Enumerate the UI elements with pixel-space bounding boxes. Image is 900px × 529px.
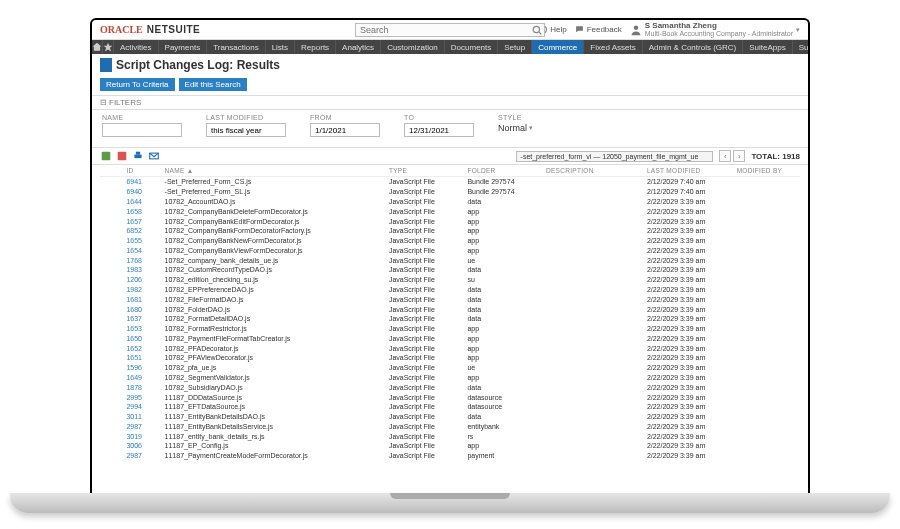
table-row[interactable]: 176810782_company_bank_details_ue.jsJava… — [100, 255, 800, 265]
nav-tab-suiteapps[interactable]: SuiteApps — [743, 40, 792, 54]
table-row[interactable]: 120610782_edition_checking_su.jsJavaScri… — [100, 275, 800, 285]
filter-to-input[interactable] — [404, 123, 474, 137]
row-id-link[interactable]: 1655 — [126, 237, 142, 244]
col-header[interactable]: DESCRIPTION — [542, 165, 643, 177]
row-id[interactable]: 2987 — [122, 422, 160, 432]
prev-page-button[interactable]: ‹ — [719, 150, 731, 162]
row-id[interactable]: 3019 — [122, 431, 160, 441]
row-id-link[interactable]: 1644 — [126, 198, 142, 205]
row-id[interactable]: 1654 — [122, 245, 160, 255]
row-id-link[interactable]: 1653 — [126, 325, 142, 332]
nav-tab-lists[interactable]: Lists — [266, 40, 295, 54]
table-row[interactable]: 300611187_EP_Config.jsJavaScript Fileapp… — [100, 441, 800, 451]
feedback-link[interactable]: Feedback — [575, 25, 622, 34]
row-id-link[interactable]: 1650 — [126, 335, 142, 342]
search-input[interactable] — [355, 23, 545, 37]
table-row[interactable]: 159610782_pfa_ue.jsJavaScript Fileue2/22… — [100, 363, 800, 373]
search-icon[interactable] — [531, 24, 543, 36]
table-row[interactable]: 165210782_PFADecorator.jsJavaScript File… — [100, 343, 800, 353]
row-id[interactable]: 1878 — [122, 382, 160, 392]
col-header[interactable] — [100, 165, 122, 177]
nav-tab-transactions[interactable]: Transactions — [207, 40, 266, 54]
table-row[interactable]: 198310782_CustomRecordTypeDAO.jsJavaScri… — [100, 265, 800, 275]
row-id-link[interactable]: 1982 — [126, 286, 142, 293]
row-id[interactable]: 1596 — [122, 363, 160, 373]
row-id[interactable]: 1681 — [122, 294, 160, 304]
row-id[interactable]: 2994 — [122, 402, 160, 412]
chevron-down-icon[interactable]: ▾ — [529, 124, 533, 132]
view-selector[interactable]: -set_preferred_form_vi — 12050_payment_f… — [516, 151, 714, 162]
row-id-link[interactable]: 3011 — [126, 413, 142, 420]
row-id[interactable]: 1655 — [122, 236, 160, 246]
table-row[interactable]: 6940-Set_Preferred_Form_SL.jsJavaScript … — [100, 187, 800, 197]
nav-tab-support[interactable]: Support — [793, 40, 810, 54]
row-id-link[interactable]: 2994 — [126, 403, 142, 410]
filter-style-value[interactable]: Normal — [498, 123, 527, 133]
table-row[interactable]: 685210782_CompanyBankFormDecoratorFactor… — [100, 226, 800, 236]
row-id-link[interactable]: 1681 — [126, 296, 142, 303]
row-id[interactable]: 1653 — [122, 324, 160, 334]
row-id[interactable]: 1768 — [122, 255, 160, 265]
table-row[interactable]: 164410782_AccountDAO.jsJavaScript Fileda… — [100, 197, 800, 207]
nav-home-icon[interactable] — [92, 40, 103, 54]
row-id[interactable]: 1680 — [122, 304, 160, 314]
nav-tab-setup[interactable]: Setup — [498, 40, 532, 54]
row-id[interactable]: 1206 — [122, 275, 160, 285]
table-row[interactable]: 164910782_SegmentValidator.jsJavaScript … — [100, 373, 800, 383]
table-row[interactable]: 168110782_FileFormatDAO.jsJavaScript Fil… — [100, 294, 800, 304]
nav-tab-customization[interactable]: Customization — [381, 40, 445, 54]
edit-this-search-button[interactable]: Edit this Search — [179, 78, 247, 91]
row-id[interactable]: 1644 — [122, 197, 160, 207]
row-id[interactable]: 3011 — [122, 412, 160, 422]
row-id-link[interactable]: 1652 — [126, 345, 142, 352]
row-id-link[interactable]: 6941 — [126, 178, 142, 185]
row-id-link[interactable]: 2987 — [126, 452, 142, 459]
nav-tab-activities[interactable]: Activities — [114, 40, 159, 54]
nav-tab-commerce[interactable]: Commerce — [532, 40, 584, 54]
row-id-link[interactable]: 1878 — [126, 384, 142, 391]
row-id-link[interactable]: 1649 — [126, 374, 142, 381]
table-row[interactable]: 165310782_FormatRestrictor.jsJavaScript … — [100, 324, 800, 334]
table-row[interactable]: 163710782_FormatDetailDAO.jsJavaScript F… — [100, 314, 800, 324]
row-id[interactable]: 6941 — [122, 177, 160, 187]
row-id[interactable]: 1983 — [122, 265, 160, 275]
user-menu[interactable]: S Samantha Zheng Multi-Book Accounting C… — [630, 22, 800, 37]
print-icon[interactable] — [132, 150, 144, 162]
export-csv-icon[interactable] — [100, 150, 112, 162]
row-id[interactable]: 1982 — [122, 285, 160, 295]
row-id-link[interactable]: 1637 — [126, 315, 142, 322]
col-header[interactable]: NAME ▲ — [161, 165, 385, 177]
row-id-link[interactable]: 1680 — [126, 306, 142, 313]
nav-star-icon[interactable] — [103, 40, 114, 54]
table-row[interactable]: 298711187_PaymentCreateModeFormDecorator… — [100, 451, 800, 461]
row-id-link[interactable]: 1657 — [126, 218, 142, 225]
row-id[interactable]: 1651 — [122, 353, 160, 363]
nav-tab-documents[interactable]: Documents — [445, 40, 498, 54]
row-id-link[interactable]: 1654 — [126, 247, 142, 254]
row-id-link[interactable]: 2995 — [126, 394, 142, 401]
email-icon[interactable] — [148, 150, 160, 162]
row-id[interactable]: 2987 — [122, 451, 160, 461]
nav-tab-admin-controls-grc-[interactable]: Admin & Controls (GRC) — [643, 40, 744, 54]
row-id[interactable]: 1637 — [122, 314, 160, 324]
row-id[interactable]: 3006 — [122, 441, 160, 451]
row-id[interactable]: 1658 — [122, 206, 160, 216]
col-header[interactable]: TYPE — [385, 165, 464, 177]
table-row[interactable]: 165710782_CompanyBankEditFormDecorator.j… — [100, 216, 800, 226]
table-row[interactable]: 165510782_CompanyBankNewFormDecorator.js… — [100, 236, 800, 246]
table-row[interactable]: 6941-Set_Preferred_Form_CS.jsJavaScript … — [100, 177, 800, 187]
row-id[interactable]: 1649 — [122, 373, 160, 383]
table-row[interactable]: 299411187_EFTDataSource.jsJavaScript Fil… — [100, 402, 800, 412]
row-id[interactable]: 6940 — [122, 187, 160, 197]
nav-tab-reports[interactable]: Reports — [295, 40, 336, 54]
filter-lastmod-input[interactable] — [206, 123, 286, 137]
col-header[interactable]: ID — [122, 165, 160, 177]
table-row[interactable]: 301911187_entity_bank_details_rs.jsJavaS… — [100, 431, 800, 441]
row-id-link[interactable]: 6940 — [126, 188, 142, 195]
table-row[interactable]: 165810782_CompanyBankDeleteFormDecorator… — [100, 206, 800, 216]
table-row[interactable]: 165110782_PFAViewDecorator.jsJavaScript … — [100, 353, 800, 363]
table-row[interactable]: 165410782_CompanyBankViewFormDecorator.j… — [100, 245, 800, 255]
row-id-link[interactable]: 2987 — [126, 423, 142, 430]
row-id-link[interactable]: 1651 — [126, 354, 142, 361]
row-id-link[interactable]: 1658 — [126, 208, 142, 215]
